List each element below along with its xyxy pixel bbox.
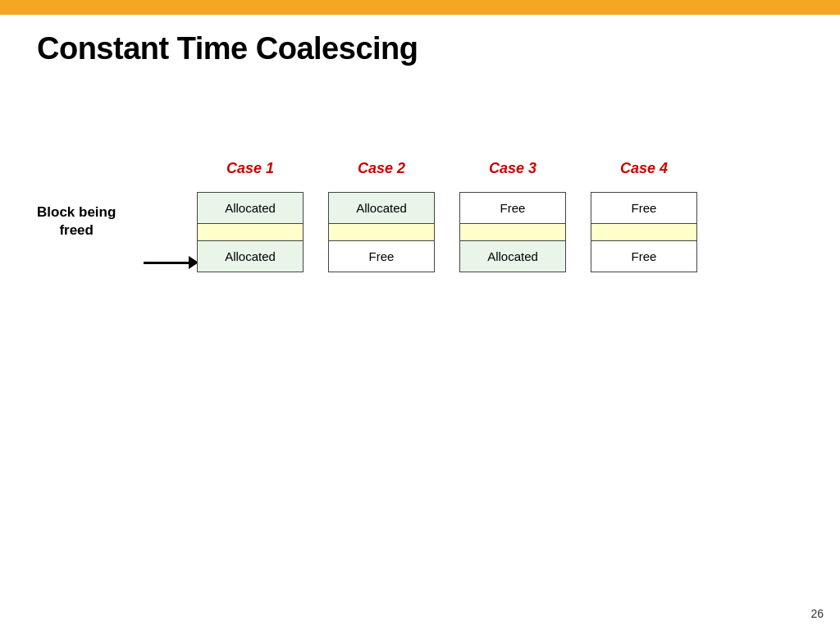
case-3-block: Free Allocated xyxy=(459,192,566,272)
slide-number: 26 xyxy=(810,607,824,620)
case-1-column: Case 1 Allocated Allocated xyxy=(197,160,304,272)
case-2-label: Case 2 xyxy=(358,160,405,177)
case-1-cell-top: Allocated xyxy=(198,193,303,223)
case-4-cell-bot: Free xyxy=(591,240,696,272)
case-1-cell-mid xyxy=(198,223,303,240)
case-4-block: Free Free xyxy=(591,192,697,272)
cases-container: Case 1 Allocated Allocated Case 2 Alloca… xyxy=(197,160,697,272)
block-being-freed-label: Block being freed xyxy=(37,203,116,240)
arrow-line xyxy=(144,262,189,264)
case-4-cell-top: Free xyxy=(591,193,696,223)
case-3-label: Case 3 xyxy=(489,160,536,177)
case-4-cell-mid xyxy=(591,223,696,240)
case-3-cell-mid xyxy=(460,223,565,240)
case-2-column: Case 2 Allocated Free xyxy=(328,160,435,272)
case-1-block: Allocated Allocated xyxy=(197,192,304,272)
case-2-block: Allocated Free xyxy=(328,192,435,272)
orange-bar xyxy=(0,0,840,15)
case-2-cell-top: Allocated xyxy=(329,193,434,223)
case-3-cell-bot: Allocated xyxy=(460,240,565,272)
case-4-label: Case 4 xyxy=(620,160,668,177)
page-title: Constant Time Coalescing xyxy=(37,31,418,66)
case-4-column: Case 4 Free Free xyxy=(591,160,697,272)
case-1-cell-bot: Allocated xyxy=(198,240,303,272)
case-3-cell-top: Free xyxy=(460,193,565,223)
case-1-label: Case 1 xyxy=(226,160,274,177)
arrow xyxy=(144,256,199,269)
case-2-cell-bot: Free xyxy=(329,240,434,272)
case-3-column: Case 3 Free Allocated xyxy=(459,160,566,272)
case-2-cell-mid xyxy=(329,223,434,240)
